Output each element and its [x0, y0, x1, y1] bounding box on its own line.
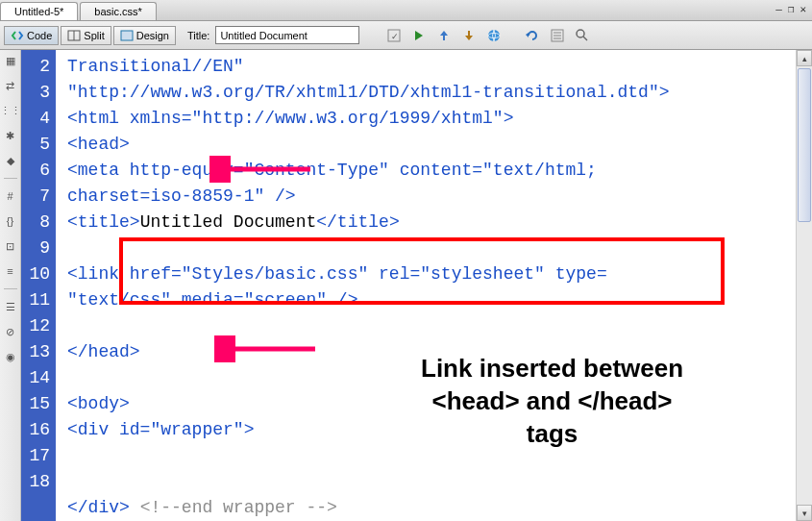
validate-icon[interactable]: ✓ — [384, 26, 404, 45]
line-number-gutter: 2 3 4 5 6 7 8 9 10 11 12 13 14 15 16 17 … — [21, 50, 56, 521]
tool-icon-12[interactable]: ◉ — [3, 349, 18, 364]
left-gutter: ▦ ⇄ ⋮⋮ ✱ ◆ # {} ⊡ ≡ ☰ ⊘ ◉ — [0, 50, 21, 521]
view-code-button[interactable]: Code — [4, 26, 59, 45]
view-code-label: Code — [27, 30, 52, 41]
window-controls: – ❐ ✕ — [775, 3, 806, 15]
code-editor[interactable]: 2 3 4 5 6 7 8 9 10 11 12 13 14 15 16 17 … — [21, 50, 812, 521]
search-icon[interactable] — [573, 26, 592, 45]
code-content[interactable]: Transitional//EN" "http://www.w3.org/TR/… — [56, 50, 796, 521]
view-split-button[interactable]: Split — [61, 26, 111, 45]
play-icon[interactable] — [409, 26, 429, 45]
download-icon[interactable] — [459, 26, 479, 45]
gutter-separator — [4, 178, 17, 179]
svg-marker-8 — [526, 33, 529, 37]
scroll-up-button[interactable]: ▴ — [797, 50, 812, 66]
minimize-icon[interactable]: – — [775, 3, 782, 15]
view-design-button[interactable]: Design — [113, 26, 176, 45]
view-split-label: Split — [84, 30, 104, 41]
refresh-icon[interactable] — [523, 26, 542, 45]
svg-point-6 — [488, 30, 500, 41]
tool-icon-7[interactable]: {} — [3, 213, 18, 229]
svg-marker-5 — [415, 31, 423, 40]
globe-icon[interactable] — [484, 26, 504, 45]
code-wrap: Transitional//EN" "http://www.w3.org/TR/… — [56, 50, 796, 521]
tab-basic-css[interactable]: basic.css* — [80, 2, 157, 20]
scroll-thumb[interactable] — [798, 68, 811, 222]
scroll-track[interactable] — [797, 66, 812, 505]
tool-icon-8[interactable]: ⊡ — [3, 238, 18, 254]
main-area: ▦ ⇄ ⋮⋮ ✱ ◆ # {} ⊡ ≡ ☰ ⊘ ◉ 2 3 4 5 6 7 8 … — [0, 50, 812, 521]
svg-rect-2 — [121, 31, 133, 40]
tool-icon-10[interactable]: ☰ — [3, 299, 18, 314]
title-label: Title: — [187, 30, 209, 41]
split-view-icon — [67, 30, 81, 41]
restore-icon[interactable]: ❐ — [788, 3, 795, 15]
upload-icon[interactable] — [434, 26, 454, 45]
tool-icon-2[interactable]: ⇄ — [3, 78, 18, 93]
tab-untitled[interactable]: Untitled-5* — [0, 2, 78, 20]
toolbar: Code Split Design Title: ✓ — [0, 21, 812, 50]
tool-icon-3[interactable]: ⋮⋮ — [3, 103, 18, 118]
tool-icon-9[interactable]: ≡ — [3, 263, 18, 279]
design-view-icon — [120, 30, 134, 41]
scroll-down-button[interactable]: ▾ — [797, 505, 812, 521]
tool-icon-4[interactable]: ✱ — [3, 128, 18, 143]
svg-point-13 — [577, 30, 584, 37]
svg-text:✓: ✓ — [391, 32, 399, 41]
view-design-label: Design — [136, 30, 169, 41]
code-view-icon — [11, 30, 24, 41]
gutter-separator-2 — [4, 288, 17, 289]
svg-line-14 — [583, 37, 587, 40]
tool-icon-1[interactable]: ▦ — [3, 53, 18, 68]
vertical-scrollbar[interactable]: ▴ ▾ — [796, 50, 812, 521]
close-icon[interactable]: ✕ — [800, 3, 806, 15]
tool-icon-6[interactable]: # — [3, 188, 18, 204]
tool-icon-5[interactable]: ◆ — [3, 153, 18, 168]
list-icon[interactable] — [548, 26, 567, 45]
tab-bar: Untitled-5* basic.css* – ❐ ✕ — [0, 0, 812, 21]
tool-icon-11[interactable]: ⊘ — [3, 324, 18, 339]
title-input[interactable] — [215, 26, 359, 44]
